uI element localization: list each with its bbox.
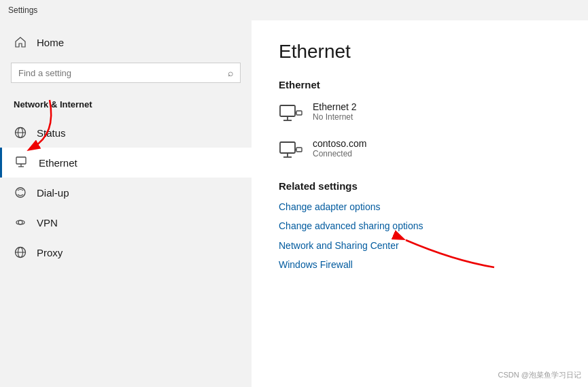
- related-settings-title: Related settings: [279, 180, 561, 192]
- related-links-container: Change adapter options Change advanced s…: [279, 201, 561, 270]
- content-area: Ethernet Ethernet Ethernet 2 No Internet: [252, 20, 588, 387]
- sidebar: Home ⌕ Network & Internet Status: [0, 20, 252, 387]
- search-input[interactable]: [18, 68, 228, 78]
- globe-icon: [14, 126, 27, 139]
- sidebar-item-label-status: Status: [37, 127, 66, 139]
- network-name-2: contoso.com: [313, 138, 366, 149]
- proxy-icon: [14, 246, 27, 259]
- svg-rect-4: [16, 157, 26, 164]
- network-item-contoso: contoso.com Connected: [279, 138, 561, 164]
- link-change-sharing[interactable]: Change advanced sharing options: [279, 220, 561, 231]
- link-windows-firewall[interactable]: Windows Firewall: [279, 259, 561, 270]
- title-bar: Settings: [0, 0, 588, 20]
- network-name-1: Ethernet 2: [313, 101, 357, 112]
- svg-point-8: [18, 220, 22, 224]
- sidebar-item-label-dialup: Dial-up: [37, 187, 69, 199]
- sidebar-item-ethernet[interactable]: Ethernet: [0, 148, 252, 178]
- network-status-2: Connected: [313, 149, 366, 158]
- network-item-ethernet2: Ethernet 2 No Internet: [279, 101, 561, 127]
- sidebar-section-title: Network & Internet: [0, 94, 252, 118]
- svg-rect-17: [280, 142, 295, 153]
- home-icon: [14, 35, 27, 49]
- sidebar-item-proxy[interactable]: Proxy: [0, 237, 252, 267]
- sidebar-item-label-vpn: VPN: [37, 217, 58, 229]
- network-info-1: Ethernet 2 No Internet: [313, 101, 357, 122]
- network-monitor-icon-2: [279, 139, 303, 164]
- sidebar-item-dialup[interactable]: Dial-up: [0, 178, 252, 207]
- link-network-sharing-wrapper: Network and Sharing Center: [279, 240, 399, 259]
- main-layout: Home ⌕ Network & Internet Status: [0, 20, 588, 387]
- network-monitor-icon-1: [279, 103, 303, 127]
- sidebar-item-status[interactable]: Status: [0, 118, 252, 148]
- monitor-icon: [16, 156, 29, 169]
- search-box[interactable]: ⌕: [11, 63, 241, 83]
- link-change-adapter[interactable]: Change adapter options: [279, 201, 561, 212]
- svg-rect-15: [296, 111, 302, 115]
- search-icon: ⌕: [228, 67, 233, 78]
- svg-rect-20: [296, 148, 302, 152]
- sidebar-item-label-proxy: Proxy: [37, 247, 63, 258]
- ethernet-section-label: Ethernet: [279, 79, 561, 90]
- page-title: Ethernet: [279, 41, 561, 63]
- sidebar-item-vpn[interactable]: VPN: [0, 207, 252, 237]
- network-status-1: No Internet: [313, 112, 357, 122]
- svg-rect-12: [280, 105, 295, 116]
- sidebar-item-label-ethernet: Ethernet: [39, 157, 77, 169]
- link-network-sharing-center[interactable]: Network and Sharing Center: [279, 240, 399, 251]
- sidebar-home[interactable]: Home: [0, 27, 252, 57]
- network-info-2: contoso.com Connected: [313, 138, 366, 158]
- sidebar-home-label: Home: [37, 37, 64, 48]
- vpn-icon: [14, 216, 27, 229]
- dialup-icon: [14, 186, 27, 199]
- app-title: Settings: [8, 5, 37, 15]
